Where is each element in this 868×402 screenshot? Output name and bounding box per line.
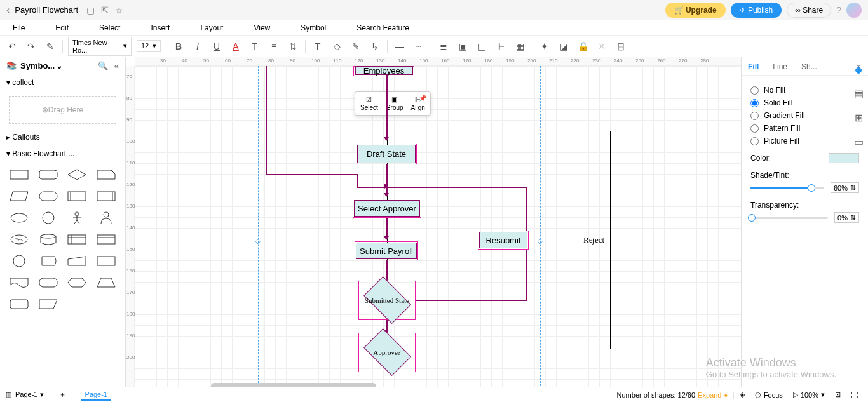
ungroup-button[interactable]: ◫ — [475, 39, 489, 53]
node-submitted-state[interactable]: Submitted State — [358, 281, 416, 320]
shape-circle[interactable] — [36, 209, 61, 227]
layers-icon[interactable]: ◈ — [740, 391, 745, 399]
section-callouts[interactable]: ▸ Callouts — [0, 129, 125, 145]
back-button[interactable]: ‹ — [6, 4, 10, 16]
format-painter-icon[interactable]: ✎ — [43, 39, 57, 53]
radio-no-fill[interactable]: No Fill — [750, 86, 859, 95]
tab-shape[interactable]: Sh... — [801, 62, 817, 71]
radio-gradient-fill[interactable]: Gradient Fill — [750, 111, 859, 120]
rail-layers-icon[interactable]: ▤ — [853, 88, 864, 99]
pin-icon[interactable]: 📌 — [419, 95, 426, 102]
expand-link[interactable]: Expand — [698, 391, 721, 399]
popup-select[interactable]: ☑Select — [360, 96, 378, 111]
rail-style-icon[interactable]: ◆ — [853, 64, 864, 75]
effects-button[interactable]: ✦ — [538, 39, 552, 53]
shape-circle2[interactable] — [6, 252, 32, 270]
zoom-control[interactable]: ▷ 100% ▾ — [793, 391, 825, 399]
italic-button[interactable]: I — [191, 39, 205, 53]
shape-cylinder[interactable] — [36, 231, 61, 248]
section-collect[interactable]: ▾ collect — [0, 74, 125, 91]
align-button[interactable]: ≡ — [267, 39, 281, 53]
radio-picture-fill[interactable]: Picture Fill — [750, 137, 859, 145]
shape-rectangle[interactable] — [6, 166, 32, 184]
shape-trapezoid[interactable] — [93, 274, 119, 291]
rail-grid-icon[interactable]: ⊞ — [853, 112, 864, 123]
export-icon[interactable]: ⇱ — [101, 5, 109, 15]
shape-bottom-row1[interactable] — [6, 295, 32, 313]
page-tab[interactable]: Page-1 — [81, 389, 111, 401]
add-page-button[interactable]: ＋ — [59, 390, 66, 399]
menu-layout[interactable]: Layout — [200, 23, 223, 32]
menu-select[interactable]: Select — [99, 23, 120, 32]
bold-button[interactable]: B — [172, 39, 186, 53]
fullscreen-icon[interactable]: ⛶ — [851, 391, 858, 399]
shape-manual-input[interactable] — [65, 252, 90, 270]
menu-search[interactable]: Search Feature — [356, 23, 409, 32]
fill-button[interactable]: ◇ — [330, 39, 344, 53]
radio-solid-fill[interactable]: Solid Fill — [750, 98, 859, 107]
tools-button[interactable]: ✕ — [595, 39, 609, 53]
shape-sequential[interactable] — [36, 252, 61, 270]
line-spacing-button[interactable]: ⇅ — [286, 39, 300, 53]
focus-button[interactable]: ◎ Focus — [755, 391, 783, 399]
node-approve[interactable]: Approve? — [358, 333, 416, 372]
transparency-value[interactable]: 0%⇅ — [834, 212, 859, 223]
menu-insert[interactable]: Insert — [151, 23, 170, 32]
redo-button[interactable]: ↷ — [24, 39, 38, 53]
page-select[interactable]: Page-1 ▾ — [15, 391, 44, 399]
menu-view[interactable]: View — [254, 23, 270, 32]
section-basic-flowchart[interactable]: ▾ Basic Flowchart ... — [0, 145, 125, 162]
node-resubmit[interactable]: Resubmit — [479, 232, 527, 248]
lock-button[interactable]: 🔒 — [576, 39, 590, 53]
star-icon[interactable]: ☆ — [115, 5, 123, 15]
underline-button[interactable]: U — [210, 39, 224, 53]
shape-predefined[interactable] — [65, 187, 90, 205]
shape-rounded-rect[interactable] — [36, 166, 61, 184]
publish-button[interactable]: ✈ Publish — [731, 3, 782, 18]
avatar[interactable] — [846, 3, 862, 18]
shade-value[interactable]: 60%⇅ — [831, 182, 859, 193]
align-objects-button[interactable]: ⊩ — [494, 39, 508, 53]
shape-yes[interactable]: Yes — [6, 231, 32, 248]
crop-button[interactable]: ◪ — [557, 39, 571, 53]
shape-hexagon[interactable] — [65, 274, 90, 291]
tab-line[interactable]: Line — [773, 62, 787, 71]
minimap-icon[interactable]: ⊡ — [835, 391, 841, 399]
menu-edit[interactable]: Edit — [55, 23, 69, 32]
transparency-slider[interactable] — [750, 217, 828, 219]
shade-slider[interactable] — [750, 187, 824, 189]
shape-predefined2[interactable] — [93, 187, 119, 205]
connector-button[interactable]: ↳ — [368, 39, 382, 53]
color-swatch[interactable] — [829, 153, 859, 163]
canvas-area[interactable]: 3040506070809010011012013014015016017018… — [126, 57, 741, 389]
line-style-button[interactable]: — — [393, 39, 407, 53]
guide-left[interactable] — [258, 66, 259, 389]
rail-comment-icon[interactable]: ▭ — [853, 136, 864, 147]
shape-internal-storage[interactable] — [65, 231, 90, 248]
search-icon[interactable]: 🔍 — [98, 61, 108, 70]
distribute-button[interactable]: ▦ — [513, 39, 527, 53]
shape-header-rect[interactable] — [93, 231, 119, 248]
save-icon[interactable]: ▢ — [86, 5, 95, 15]
shape-rounded2[interactable] — [36, 274, 61, 291]
menu-symbol[interactable]: Symbol — [301, 23, 326, 32]
shape-parallelogram[interactable] — [6, 187, 32, 205]
node-submit-payroll[interactable]: Submit Payroll — [356, 243, 417, 259]
popup-group[interactable]: ▣Group — [386, 96, 403, 111]
shape-ellipse[interactable] — [6, 209, 32, 227]
dash-style-button[interactable]: ┄ — [412, 39, 426, 53]
node-select-approver[interactable]: Select Approver — [354, 200, 420, 217]
drag-here-box[interactable]: ⊕ Drag Here — [9, 96, 116, 124]
shape-rect2[interactable] — [93, 252, 119, 270]
shape-bottom-row2[interactable] — [36, 295, 61, 313]
pages-icon[interactable]: ▥ — [5, 391, 11, 399]
text-format-button[interactable]: T — [248, 39, 262, 53]
undo-button[interactable]: ↶ — [5, 39, 19, 53]
shape-person[interactable] — [93, 209, 119, 227]
share-button[interactable]: ∞ Share — [787, 3, 831, 18]
node-employees[interactable]: Employees — [355, 66, 413, 75]
radio-pattern-fill[interactable]: Pattern Fill — [750, 124, 859, 133]
collapse-icon[interactable]: « — [114, 61, 119, 70]
upgrade-button[interactable]: 🛒 Upgrade — [665, 3, 726, 18]
group-button[interactable]: ▣ — [456, 39, 470, 53]
